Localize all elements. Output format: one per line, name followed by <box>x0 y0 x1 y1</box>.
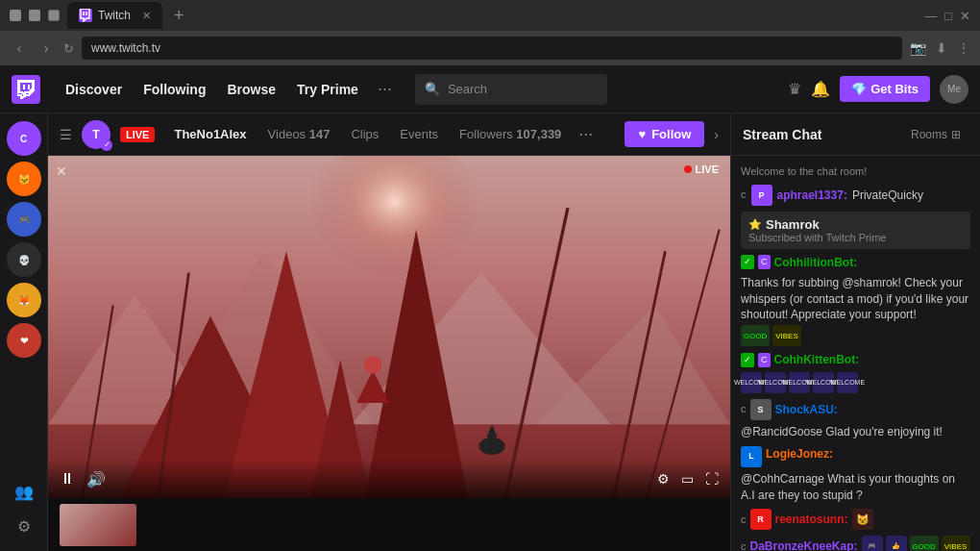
new-tab-button[interactable]: + <box>174 6 184 26</box>
chat-emotes-6: 😺 <box>852 509 873 530</box>
discover-nav[interactable]: Discover <box>56 76 132 103</box>
videos-count: 147 <box>309 127 331 141</box>
follow-button[interactable]: ♥ Follow <box>625 121 704 147</box>
list-item: ⭐ Shamrok Subscribed with Twitch Prime <box>741 212 970 249</box>
menu-icon[interactable]: ⋮ <box>957 40 970 56</box>
settings-icon[interactable]: ⚙ <box>7 509 41 543</box>
main-layout: C 🐱 🎮 💀 🦊 ❤ 👥 ⚙ ☰ T ✓ LIV <box>0 113 980 551</box>
theatre-mode-button[interactable]: ▭ <box>681 471 694 487</box>
mod-badge-3: ✓ <box>741 353 754 367</box>
chat-messages-area: Welcome to the chat room! c P aphrael133… <box>731 156 980 551</box>
events-nav-item[interactable]: Events <box>390 123 448 145</box>
search-icon: 🔍 <box>425 82 440 96</box>
videos-label: Videos <box>268 127 306 141</box>
list-item: c DaBronzeKneeKap: 🎮 👍 GOOD VIBES <box>741 536 970 551</box>
sidebar-avatar-5[interactable]: 🦊 <box>7 283 41 317</box>
close-btn[interactable]: ✕ <box>960 9 970 23</box>
tab-close-button[interactable]: ✕ <box>142 10 151 22</box>
channel-more-button[interactable]: ··· <box>573 122 599 146</box>
sidebar-avatar-img-6: ❤ <box>7 323 41 358</box>
browser-tab[interactable]: Twitch ✕ <box>67 2 162 29</box>
chat-username-4: ShockASU: <box>775 402 838 418</box>
thumbnail-1[interactable] <box>60 504 136 546</box>
channel-name-link[interactable]: TheNo1Alex <box>164 123 256 145</box>
live-indicator: LIVE <box>684 163 719 175</box>
channel-nav: TheNo1Alex Videos 147 Clips Events Follo… <box>164 122 599 146</box>
channel-avatar-wrap: T ✓ <box>82 120 110 149</box>
video-background: ✕ LIVE <box>48 156 730 498</box>
refresh-button[interactable]: ↻ <box>63 41 74 56</box>
tab-favicon <box>79 9 92 22</box>
back-button[interactable]: ‹ <box>10 40 29 56</box>
mod-badge-2: ✓ <box>741 255 754 269</box>
video-player[interactable]: ✕ LIVE ⏸ 🔊 ⚙ ▭ ⛶ <box>48 156 730 498</box>
rooms-button[interactable]: Rooms ⊞ <box>903 124 968 145</box>
sub-message: Subscribed with Twitch Prime <box>748 232 963 243</box>
live-badge: LIVE <box>120 127 155 142</box>
twitch-logo[interactable] <box>12 75 40 104</box>
list-item: c S ShockASU: @RancidGoose Glad you're e… <box>741 399 970 440</box>
sub-badge-2: C <box>758 255 771 269</box>
minimize-window-button[interactable] <box>29 10 40 21</box>
fullscreen-button[interactable]: ⛶ <box>705 471 719 487</box>
address-bar[interactable]: www.twitch.tv <box>82 37 902 60</box>
more-nav-button[interactable]: ··· <box>370 75 400 103</box>
verified-badge: ✓ <box>101 139 112 151</box>
clips-nav-item[interactable]: Clips <box>341 123 388 145</box>
browse-nav[interactable]: Browse <box>217 76 285 103</box>
download-icon[interactable]: ⬇ <box>936 40 947 56</box>
get-bits-button[interactable]: 💎 Get Bits <box>840 76 930 102</box>
close-window-button[interactable] <box>10 10 21 21</box>
maximize-window-button[interactable] <box>48 10 60 21</box>
friends-icon[interactable]: 👥 <box>7 474 41 509</box>
rooms-label: Rooms <box>911 128 947 141</box>
thumbnail-strip <box>48 498 730 551</box>
video-settings-button[interactable]: ⚙ <box>657 471 670 487</box>
list-item: ✓ C CohhKittenBot: WELCOME WELCOME WELCO… <box>741 352 970 393</box>
chat-emotes-2: GOOD VIBES <box>741 325 970 346</box>
chat-username-0: aphrael1337: <box>777 188 847 204</box>
chat-avatar-6: R <box>750 509 772 530</box>
sidebar-avatar-3[interactable]: 🎮 <box>7 202 41 237</box>
avatar-image: Me <box>940 75 968 104</box>
search-bar[interactable]: 🔍 Search <box>415 74 607 105</box>
window-controls <box>10 10 60 21</box>
sub-username: Shamrok <box>766 217 820 232</box>
main-nav-links: Discover Following Browse Try Prime ··· <box>56 75 400 103</box>
chat-username-6: reenatosunn: <box>775 512 848 528</box>
sidebar-avatar-4[interactable]: 💀 <box>7 242 41 277</box>
live-dot <box>684 165 692 173</box>
restore-btn[interactable]: □ <box>944 9 952 23</box>
followers-nav-item[interactable]: Followers 107,339 <box>450 123 571 145</box>
sidebar-avatar-6[interactable]: ❤ <box>7 323 41 358</box>
crown-icon[interactable]: ♛ <box>788 80 801 98</box>
sidebar-avatar-img-1: C <box>7 121 41 156</box>
live-text: LIVE <box>696 163 719 175</box>
get-bits-label: Get Bits <box>870 82 919 96</box>
channel-nav-forward[interactable]: › <box>714 127 719 142</box>
left-sidebar: C 🐱 🎮 💀 🦊 ❤ 👥 ⚙ <box>0 113 48 551</box>
chat-text-0: PrivateQuicky <box>852 188 923 204</box>
minimize-btn[interactable]: — <box>924 9 937 23</box>
followers-count: 107,339 <box>516 127 561 141</box>
notifications-bell-icon[interactable]: 🔔 <box>811 80 830 98</box>
chat-text-4: @RancidGoose Glad you're enjoying it! <box>741 424 943 440</box>
close-overlay-button[interactable]: ✕ <box>56 163 67 179</box>
list-item: c P aphrael1337: PrivateQuicky <box>741 185 970 206</box>
sidebar-avatar-1[interactable]: C <box>7 121 41 156</box>
forward-button[interactable]: › <box>37 40 56 56</box>
channel-header: ☰ T ✓ LIVE TheNo1Alex Videos 147 Clips E… <box>48 113 730 156</box>
videos-nav-item[interactable]: Videos 147 <box>258 123 340 145</box>
sidebar-avatar-2[interactable]: 🐱 <box>7 162 41 196</box>
camera-icon[interactable]: 📷 <box>910 40 926 56</box>
try-prime-nav[interactable]: Try Prime <box>287 76 368 103</box>
user-avatar[interactable]: Me <box>940 75 968 104</box>
sidebar-expand-button[interactable]: ☰ <box>60 127 72 142</box>
pause-button[interactable]: ⏸ <box>60 470 75 488</box>
followers-label: Followers <box>459 127 513 141</box>
emote-d-2: 👍 <box>886 536 907 551</box>
following-nav[interactable]: Following <box>134 76 215 103</box>
bits-icon: 💎 <box>851 82 867 96</box>
chat-text-2: Thanks for subbing @shamrok! Check your … <box>741 275 970 323</box>
volume-button[interactable]: 🔊 <box>86 470 106 488</box>
